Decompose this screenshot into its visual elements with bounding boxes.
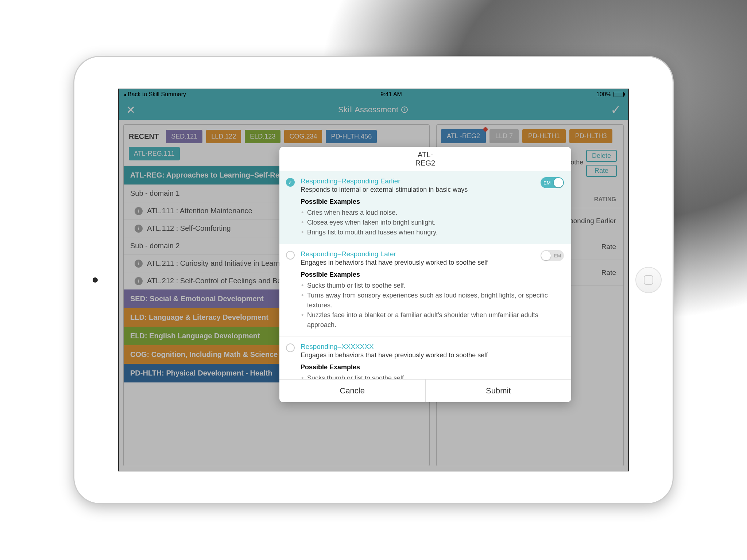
example-item: Nuzzles face into a blanket or a familia…: [301, 310, 564, 330]
modal-title: ATL- REG2: [279, 147, 571, 171]
example-item: Brings fist to mouth and fusses when hun…: [301, 228, 564, 237]
rating-modal: ATL- REG2 ✓ EM Responding–Responding Ear…: [279, 147, 571, 402]
option-responding-x[interactable]: Responding–XXXXXXX Engages in behaviors …: [279, 337, 571, 379]
example-item: Sucks thumb or fist to soothe self.: [301, 373, 564, 379]
example-item: Turns away from sonsory experiences such…: [301, 291, 564, 310]
option-responding-earlier[interactable]: ✓ EM Responding–Responding Earlier Respo…: [279, 171, 571, 244]
em-toggle[interactable]: EM: [541, 177, 564, 188]
radio-checked-icon[interactable]: ✓: [286, 178, 295, 187]
option-title: Responding–XXXXXXX: [301, 343, 564, 351]
option-description: Engages in behaviors that have previousl…: [301, 259, 564, 267]
example-item: Sucks thumb or fist to soothe self.: [301, 281, 564, 291]
cancel-button[interactable]: Cancle: [279, 380, 426, 402]
submit-button[interactable]: Submit: [426, 380, 572, 402]
example-item: Cries when hears a loud noise.: [301, 208, 564, 218]
option-description: Engages in behaviors that have previousl…: [301, 351, 564, 359]
option-title: Responding–Responding Later: [301, 250, 564, 258]
option-description: Responds to internal or external stimula…: [301, 186, 564, 194]
examples-heading: Possible Examples: [301, 198, 564, 206]
em-toggle[interactable]: EM: [541, 250, 564, 261]
example-item: Closea eyes when taken into bright sunli…: [301, 218, 564, 228]
radio-unchecked-icon[interactable]: [286, 251, 295, 260]
radio-unchecked-icon[interactable]: [286, 343, 295, 352]
option-responding-later[interactable]: EM Responding–Responding Later Engages i…: [279, 244, 571, 337]
examples-heading: Possible Examples: [301, 363, 564, 371]
home-button[interactable]: [635, 267, 662, 293]
examples-heading: Possible Examples: [301, 271, 564, 279]
option-title: Responding–Responding Earlier: [301, 177, 564, 185]
